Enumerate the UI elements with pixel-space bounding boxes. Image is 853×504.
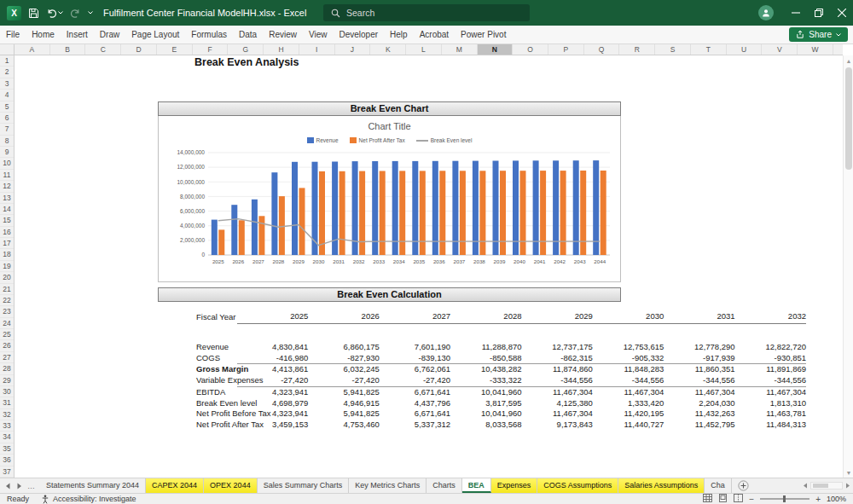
ribbon-tab-developer[interactable]: Developer (333, 26, 384, 43)
row-header-15[interactable]: 15 (0, 215, 14, 226)
sheet-tab-salaries-assumptions[interactable]: Salaries Assumptions (618, 478, 705, 493)
column-header-W[interactable]: W (798, 44, 833, 55)
cell-value[interactable]: 6,860,175 (308, 342, 379, 353)
cell-value[interactable]: 12,737,175 (522, 342, 593, 353)
cell-value[interactable]: 4,830,841 (237, 342, 308, 353)
cell-value[interactable]: 11,874,860 (522, 364, 593, 375)
hscroll-thumb[interactable] (813, 484, 828, 488)
cell-value[interactable]: -930,851 (735, 353, 806, 364)
row-header-10[interactable]: 10 (0, 158, 14, 169)
cell-value[interactable]: 11,467,304 (522, 408, 593, 420)
row-header-14[interactable]: 14 (0, 204, 14, 215)
row-label-gross-margin[interactable]: Gross Margin (196, 364, 237, 375)
cell-value[interactable]: 11,288,870 (450, 342, 521, 353)
cell-value[interactable]: 11,467,304 (735, 386, 806, 397)
ribbon-tab-acrobat[interactable]: Acrobat (414, 26, 455, 43)
column-header-F[interactable]: F (193, 44, 229, 55)
column-header-I[interactable]: I (299, 44, 335, 55)
year-header-2032[interactable]: 2032 (735, 311, 806, 323)
cell-value[interactable]: -344,556 (735, 375, 806, 386)
hscroll-left-icon[interactable] (803, 483, 808, 489)
cell-value[interactable]: 11,860,351 (664, 364, 734, 375)
scroll-up-arrow-icon[interactable]: ▲ (844, 55, 853, 66)
zoom-out-button[interactable]: − (749, 495, 754, 504)
row-label-net-profit-after-tax[interactable]: Net Profit After Tax (196, 420, 237, 431)
hscroll-right-icon[interactable] (845, 483, 850, 489)
save-icon[interactable] (28, 8, 39, 19)
row-header-27[interactable]: 27 (0, 352, 14, 363)
cell-value[interactable]: -27,420 (380, 375, 450, 386)
restore-button[interactable] (807, 0, 830, 26)
row-header-31[interactable]: 31 (0, 397, 14, 408)
cell-value[interactable]: 7,601,190 (380, 342, 450, 353)
sheet-tab-cogs-assumptions[interactable]: COGS Assumptions (537, 478, 618, 493)
cell-value[interactable]: 11,463,781 (735, 408, 806, 420)
column-header-A[interactable]: A (15, 44, 50, 55)
cell-value[interactable]: 5,941,825 (308, 386, 379, 397)
row-header-23[interactable]: 23 (0, 306, 14, 317)
cell-value[interactable]: 10,041,960 (450, 386, 521, 397)
ribbon-tab-help[interactable]: Help (384, 26, 414, 43)
row-label-break-even-level[interactable]: Break Even level (196, 398, 237, 409)
row-header-28[interactable]: 28 (0, 363, 14, 374)
cell-value[interactable]: 6,671,641 (380, 386, 450, 397)
row-label-variable-expenses[interactable]: Variable Expenses (196, 375, 237, 386)
more-sheets-button[interactable]: … (27, 482, 35, 490)
zoom-in-button[interactable]: + (815, 495, 821, 504)
row-header-22[interactable]: 22 (0, 295, 14, 306)
cell-value[interactable]: 12,778,290 (664, 342, 734, 353)
row-header-25[interactable]: 25 (0, 329, 14, 340)
account-avatar[interactable] (758, 5, 774, 20)
row-header-35[interactable]: 35 (0, 443, 14, 455)
cell-value[interactable]: -905,332 (593, 353, 664, 364)
undo-button[interactable] (46, 8, 63, 19)
row-header-12[interactable]: 12 (0, 181, 14, 192)
cell-value[interactable]: -827,930 (308, 353, 379, 364)
row-header-5[interactable]: 5 (0, 101, 14, 113)
column-header-B[interactable]: B (50, 44, 86, 55)
cell-value[interactable]: -839,130 (380, 353, 450, 364)
row-header-16[interactable]: 16 (0, 227, 14, 238)
cell-value[interactable]: 4,125,380 (522, 398, 593, 409)
ribbon-tab-review[interactable]: Review (263, 26, 303, 43)
row-header-11[interactable]: 11 (0, 170, 14, 181)
ribbon-tab-draw[interactable]: Draw (94, 26, 125, 43)
hscroll-track[interactable] (810, 482, 843, 490)
ribbon-tab-page-layout[interactable]: Page Layout (125, 26, 185, 43)
redo-button[interactable] (70, 8, 81, 19)
accessibility-status[interactable]: Accessibility: Investigate (41, 495, 136, 504)
cell-value[interactable]: -344,556 (664, 375, 734, 386)
row-header-34[interactable]: 34 (0, 432, 14, 443)
column-header-E[interactable]: E (157, 44, 193, 55)
cell-value[interactable]: 1,813,310 (735, 398, 806, 409)
horizontal-scrollbar[interactable] (803, 478, 853, 493)
fiscal-year-label[interactable]: Fiscal Year (196, 311, 237, 323)
excel-app-icon[interactable]: X (7, 6, 21, 20)
sheet-tab-opex-2044[interactable]: OPEX 2044 (204, 478, 258, 493)
cell-value[interactable]: 8,033,568 (450, 420, 521, 431)
ribbon-tab-power-pivot[interactable]: Power Pivot (455, 26, 512, 43)
row-header-21[interactable]: 21 (0, 284, 14, 295)
year-header-2025[interactable]: 2025 (237, 311, 308, 323)
row-header-9[interactable]: 9 (0, 147, 14, 158)
row-header-6[interactable]: 6 (0, 113, 14, 124)
cell-value[interactable]: 11,467,304 (522, 386, 593, 397)
cell-value[interactable]: 6,762,061 (380, 364, 450, 375)
row-header-2[interactable]: 2 (0, 67, 14, 78)
scroll-down-arrow-icon[interactable]: ▼ (844, 467, 853, 478)
row-label-ebitda[interactable]: EBITDA (196, 386, 237, 397)
column-header-T[interactable]: T (691, 44, 727, 55)
page-break-view-button[interactable] (734, 494, 743, 504)
row-header-32[interactable]: 32 (0, 409, 14, 420)
ribbon-tab-insert[interactable]: Insert (61, 26, 94, 43)
zoom-slider[interactable] (760, 498, 809, 500)
year-header-2027[interactable]: 2027 (380, 311, 450, 323)
ribbon-tab-view[interactable]: View (303, 26, 334, 43)
close-button[interactable] (830, 0, 853, 26)
sheet-tab-charts[interactable]: Charts (426, 478, 462, 493)
column-header-P[interactable]: P (548, 44, 584, 55)
sheet-tab-expenses[interactable]: Expenses (491, 478, 538, 493)
sheet-tab-capex-2044[interactable]: CAPEX 2044 (146, 478, 204, 493)
column-header-H[interactable]: H (264, 44, 299, 55)
cell-value[interactable]: 11,440,727 (593, 420, 664, 431)
